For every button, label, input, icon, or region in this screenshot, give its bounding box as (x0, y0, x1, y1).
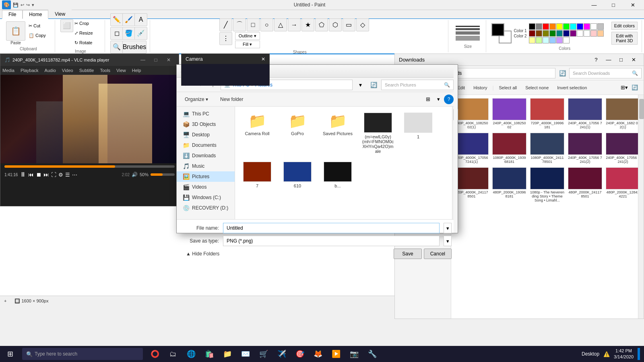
sidebar-item-music[interactable]: 🎵Music (177, 161, 235, 171)
vlc-menu-subtitle[interactable]: Subtitle (79, 68, 94, 73)
taskbar-clock[interactable]: 1:42 PM 3/14/2020 (614, 348, 634, 360)
downloads-scrollbar[interactable] (638, 95, 644, 319)
vlc-progress-bar[interactable] (4, 165, 175, 168)
vlc-next-btn[interactable]: ⏭ (43, 171, 49, 178)
shape-star[interactable]: ★ (301, 19, 314, 31)
dialog-view-dropdown-btn[interactable]: ▾ (433, 95, 443, 104)
shape-diamond[interactable]: ◇ (356, 19, 369, 31)
eyedropper-btn[interactable]: 💉 (134, 27, 147, 40)
thumb-item-16[interactable]: 480P_2000K_128414221 (605, 166, 638, 204)
thumb-item-4[interactable]: 240P_400K_1682 002(1) (605, 97, 638, 130)
vlc-volume-slider[interactable] (151, 173, 175, 176)
pencil-btn[interactable]: ✏️ (110, 13, 123, 26)
magnifier-btn[interactable]: 🔍 (110, 41, 123, 53)
show-desktop-btn[interactable] (638, 348, 640, 360)
sidebar-item-pictures[interactable]: 🖼️Pictures (177, 171, 235, 182)
dialog-search[interactable]: Search Pictures 🔍 (381, 80, 454, 90)
vlc-video-area[interactable] (0, 75, 179, 163)
size-3[interactable] (456, 31, 480, 35)
select-btn[interactable]: ⬜ (60, 19, 73, 32)
shape-triangle[interactable]: △ (274, 19, 287, 31)
color-swatch-ffcccc[interactable] (590, 30, 597, 37)
edit-select-tool[interactable]: + (4, 298, 6, 303)
color-swatch-ffffff[interactable] (584, 30, 590, 37)
size-2[interactable] (456, 28, 480, 30)
thumb-item-12[interactable]: 720P_4000K_241178501 (453, 166, 490, 204)
thumb-item-3[interactable]: 240P_400K_17056 7241(1) (567, 97, 603, 130)
color-swatch-ccffff[interactable] (543, 37, 549, 43)
dialog-organize-btn[interactable]: Organize ▾ (181, 95, 212, 104)
color-swatch-c0c0c0[interactable] (597, 23, 604, 30)
color-swatch-99ccff[interactable] (549, 37, 556, 43)
paint-close-btn[interactable]: ✕ (623, 0, 642, 9)
vlc-maximize-btn[interactable]: □ (150, 55, 162, 65)
tab-file[interactable]: File (2, 10, 23, 19)
thumb-item-13[interactable]: 480P_2000K_193968181 (491, 166, 528, 204)
paste-btn[interactable]: 📋 (6, 21, 25, 41)
file-item-b[interactable]: b... (320, 160, 356, 190)
color-swatch-008080[interactable] (556, 30, 563, 37)
color-swatch-ff0000[interactable] (543, 23, 549, 30)
downloads-view-dropdown[interactable]: ⊞▾ (619, 83, 629, 93)
color-swatch-ffffff[interactable] (577, 30, 583, 37)
taskbar-app-mail[interactable]: ✉️ (237, 346, 254, 362)
thumb-item-15[interactable]: 480P_2000K_241178501 (567, 166, 603, 204)
sidebar-item-this-pc[interactable]: 💻This PC (177, 109, 235, 119)
taskbar-app-taskview[interactable]: 🗂 (165, 346, 181, 362)
tab-home[interactable]: Home (23, 10, 48, 19)
copy-btn[interactable]: 📋 Copy (27, 31, 51, 40)
color-swatch-ffcc99[interactable] (597, 30, 604, 37)
hide-folders-btn[interactable]: ▲ Hide Folders (183, 250, 223, 258)
dialog-refresh-btn[interactable]: 🔄 (368, 79, 379, 90)
shape-ellipse[interactable]: ○ (260, 19, 273, 31)
taskbar-app-camera[interactable]: 📷 (346, 346, 362, 362)
paint-app-icon[interactable]: 🎨 (2, 0, 11, 9)
taskbar-search-box[interactable]: 🔍 Type here to search (22, 348, 143, 360)
color-swatch-00ff00[interactable] (563, 23, 570, 30)
dialog-cancel-btn[interactable]: Cancel (424, 249, 452, 259)
vlc-menu-tools[interactable]: Tools (100, 68, 110, 73)
vlc-menu-video[interactable]: Video (62, 68, 73, 73)
vlc-prev-btn[interactable]: ⏮ (28, 171, 34, 178)
color-swatch-008000[interactable] (549, 30, 556, 37)
taskbar-app-cortana[interactable]: ⭕ (147, 346, 163, 362)
color-swatch-ff00ff[interactable] (584, 23, 590, 30)
color-swatch-804000[interactable] (536, 30, 542, 37)
taskbar-app-edge[interactable]: 🌐 (183, 346, 199, 362)
color-swatch-000000[interactable] (529, 23, 535, 30)
vlc-menu-view[interactable]: View (116, 68, 126, 73)
downloads-refresh-btn[interactable]: 🔄 (557, 68, 568, 79)
vlc-menu-media[interactable]: Media (2, 68, 14, 73)
taskbar-app-files[interactable]: 📁 (219, 346, 235, 362)
taskbar-app-amazon[interactable]: 🛒 (256, 346, 272, 362)
resize-btn[interactable]: ⤢ Resize (74, 29, 101, 38)
sidebar-item-downloads[interactable]: ⬇️Downloads (177, 150, 235, 161)
cut-btn[interactable]: ✂ Cut (27, 21, 51, 30)
shape-hexagon[interactable]: ⬡ (329, 19, 342, 31)
filetype-dropdown-btn[interactable]: ▾ (444, 236, 452, 246)
fill-style-btn[interactable]: Fill ▾ (235, 41, 260, 48)
filename-input[interactable] (223, 223, 440, 233)
dialog-save-btn[interactable]: Save (394, 249, 421, 259)
sidebar-item-videos[interactable]: 🎬Videos (177, 182, 235, 192)
brushes-btn[interactable]: Brushes (122, 41, 147, 53)
text-btn[interactable]: A (134, 13, 147, 26)
vlc-extended-btn[interactable]: ⋯ (72, 172, 77, 178)
color-swatch-cc99ff[interactable] (556, 37, 563, 43)
size-4[interactable] (456, 36, 480, 41)
thumb-item-2[interactable]: 720P_4000K_19996181 (529, 97, 566, 130)
color-swatch-ffff00[interactable] (556, 23, 563, 30)
vlc-minimize-btn[interactable]: — (137, 55, 149, 65)
file-item-610[interactable]: 610 (279, 160, 316, 190)
taskbar-app-browser[interactable]: 🦊 (310, 346, 326, 362)
dialog-view-btn[interactable]: ⊞ (423, 95, 433, 104)
dialog-nav-dropdown[interactable]: ▾ (355, 79, 366, 90)
size-1[interactable] (456, 26, 480, 27)
downloads-help-btn[interactable]: ? (590, 56, 602, 64)
color-swatch-800080[interactable] (570, 30, 576, 37)
tab-view[interactable]: View (48, 10, 72, 19)
color-swatch-808000[interactable] (543, 30, 549, 37)
dialog-help-btn[interactable]: ? (444, 95, 454, 104)
taskbar-app-settings[interactable]: 🔧 (364, 346, 380, 362)
shape-more[interactable]: ⋮ (219, 32, 232, 45)
